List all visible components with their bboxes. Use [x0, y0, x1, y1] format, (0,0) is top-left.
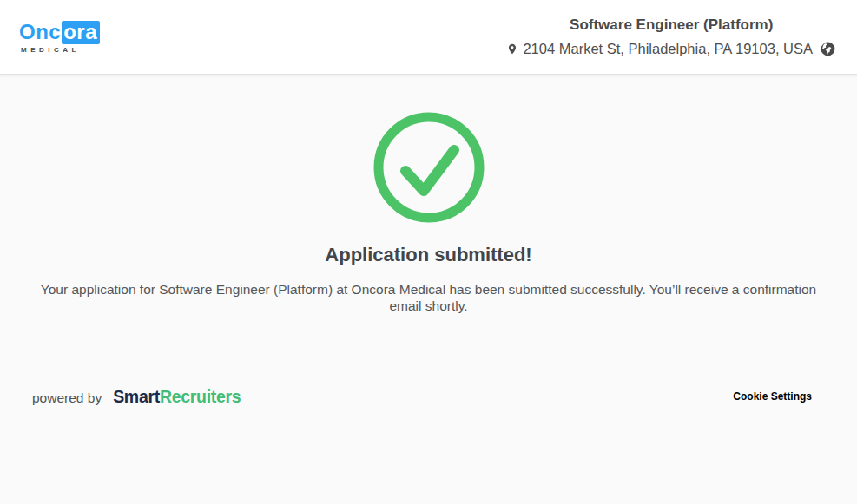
globe-icon[interactable]	[820, 41, 836, 57]
page-header: Oncora MEDICAL Software Engineer (Platfo…	[0, 0, 857, 75]
oncora-logo[interactable]: Oncora MEDICAL	[19, 21, 100, 54]
job-location-text: 2104 Market St, Philadelphia, PA 19103, …	[523, 40, 813, 58]
oncora-wordmark: Oncora	[19, 21, 100, 44]
job-location: 2104 Market St, Philadelphia, PA 19103, …	[506, 40, 836, 58]
powered-by-block: powered by SmartRecruiters	[32, 387, 241, 407]
oncora-subtitle: MEDICAL	[19, 46, 100, 54]
page-footer: powered by SmartRecruiters Cookie Settin…	[0, 387, 857, 407]
cookie-settings-button[interactable]: Cookie Settings	[733, 390, 812, 403]
powered-by-label: powered by	[32, 390, 102, 406]
job-header-block: Software Engineer (Platform) 2104 Market…	[506, 16, 836, 58]
oncora-wordmark-left: Onc	[19, 21, 61, 43]
oncora-wordmark-right: ora	[62, 21, 100, 44]
confirmation-section: Application submitted! Your application …	[0, 112, 857, 315]
job-title: Software Engineer (Platform)	[506, 16, 836, 35]
smartrecruiters-logo-smart: Smart	[113, 387, 160, 406]
smartrecruiters-logo[interactable]: SmartRecruiters	[113, 387, 241, 407]
success-check-icon	[373, 112, 485, 223]
location-pin-icon	[506, 41, 518, 57]
confirmation-heading: Application submitted!	[0, 244, 857, 266]
confirmation-message: Your application for Software Engineer (…	[30, 281, 827, 315]
smartrecruiters-logo-recruiters: Recruiters	[160, 387, 241, 406]
